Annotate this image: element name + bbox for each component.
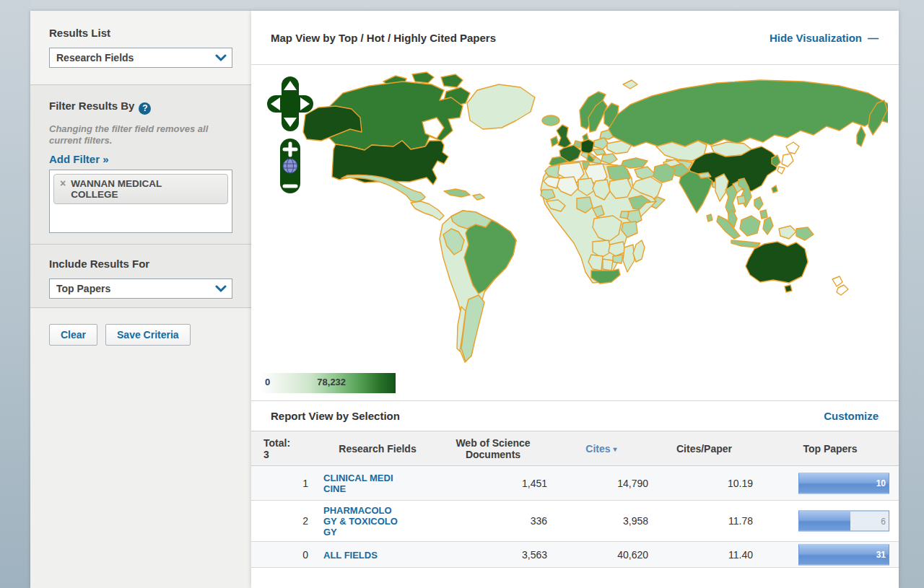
report-view-header: Report View by Selection Customize <box>251 400 899 431</box>
world-map-visualization: 0 78,232 <box>251 65 899 400</box>
customize-link[interactable]: Customize <box>824 410 879 422</box>
map-view-header: Map View by Top / Hot / Highly Cited Pap… <box>251 11 899 65</box>
report-view-title: Report View by Selection <box>271 410 824 422</box>
help-icon[interactable]: ? <box>139 102 151 115</box>
sort-descending-icon: ▾ <box>614 444 617 452</box>
top-papers-value: 10 <box>876 478 886 488</box>
top-papers-value: 31 <box>876 550 886 560</box>
filter-note: Changing the filter field removes all cu… <box>49 123 232 147</box>
chevron-down-icon <box>210 285 232 292</box>
column-header-wos-documents[interactable]: Web of Science Documents <box>439 436 547 460</box>
bar-fill <box>799 512 850 531</box>
column-header-cites-sorted[interactable]: Cites▾ <box>554 442 648 454</box>
map-color-scale: 0 78,232 <box>262 373 396 393</box>
cites-label: Cites <box>585 442 610 454</box>
table-row: 0 ALL FIELDS 3,563 40,620 11.40 31 <box>251 542 899 568</box>
choropleth-world-map[interactable] <box>262 69 888 366</box>
remove-filter-icon[interactable]: × <box>60 178 66 189</box>
hide-visualization-label: Hide Visualization <box>770 32 862 44</box>
active-filters-box: × WANNAN MEDICAL COLLEGE <box>49 170 232 233</box>
top-papers-value: 6 <box>881 516 886 526</box>
include-results-heading: Include Results For <box>49 258 232 270</box>
documents-value: 3,563 <box>439 549 547 561</box>
cites-per-paper-value: 11.40 <box>655 549 753 561</box>
hide-visualization-link[interactable]: Hide Visualization— <box>770 32 879 44</box>
cites-value: 3,958 <box>554 515 648 527</box>
results-list-dropdown[interactable]: Research Fields <box>49 48 232 68</box>
total-value: 3 <box>263 449 269 460</box>
sidebar-actions-section: Clear Save Criteria <box>30 307 251 582</box>
column-header-research-fields[interactable]: Research Fields <box>323 442 432 454</box>
pan-control <box>267 76 313 131</box>
results-list-section: Results List Research Fields <box>30 11 251 84</box>
main-panel: Map View by Top / Hot / Highly Cited Pap… <box>251 11 899 588</box>
total-label: Total: <box>263 436 290 448</box>
map-view-title: Map View by Top / Hot / Highly Cited Pap… <box>271 32 770 44</box>
clear-button[interactable]: Clear <box>49 324 97 346</box>
table-row: 1 CLINICAL MEDICINE 1,451 14,790 10.19 1… <box>251 466 899 501</box>
top-papers-bar[interactable]: 10 <box>798 473 889 493</box>
add-filter-link[interactable]: Add Filter » <box>49 153 109 165</box>
cites-value: 14,790 <box>554 478 648 489</box>
page: Results List Research Fields Filter Resu… <box>0 0 924 588</box>
cites-per-paper-value: 11.78 <box>655 515 753 527</box>
top-papers-bar[interactable]: 6 <box>798 511 889 532</box>
row-rank: 0 <box>262 549 313 561</box>
filter-results-heading: Filter Results By? <box>49 100 232 115</box>
top-papers-bar[interactable]: 31 <box>798 544 889 565</box>
collapse-dash-icon: — <box>868 32 879 44</box>
results-table: Total: 3 Research Fields Web of Science … <box>251 431 899 568</box>
field-link-all-fields[interactable]: ALL FIELDS <box>323 550 432 561</box>
cites-per-paper-value: 10.19 <box>655 478 753 489</box>
include-results-dropdown-value: Top Papers <box>50 283 210 294</box>
cites-value: 40,620 <box>554 549 648 561</box>
results-list-dropdown-value: Research Fields <box>50 52 210 63</box>
column-header-top-papers[interactable]: Top Papers <box>771 442 889 454</box>
documents-value: 336 <box>439 515 547 527</box>
row-rank: 1 <box>262 478 313 489</box>
filter-chip-label: WANNAN MEDICAL COLLEGE <box>71 178 197 200</box>
total-count: Total: 3 <box>262 436 313 460</box>
include-results-section: Include Results For Top Papers <box>30 244 251 307</box>
include-results-dropdown[interactable]: Top Papers <box>49 278 232 299</box>
zoom-control <box>280 139 300 193</box>
map-navigation-controls[interactable] <box>267 76 318 196</box>
right-gutter <box>899 0 924 588</box>
table-row: 2 PHARMACOLOGY & TOXICOLOGY 336 3,958 11… <box>251 501 899 542</box>
bar-fill <box>799 473 889 493</box>
field-link-pharmacology-toxicology[interactable]: PHARMACOLOGY & TOXICOLOGY <box>323 505 398 537</box>
column-header-cites-per-paper[interactable]: Cites/Paper <box>655 442 753 454</box>
row-rank: 2 <box>262 515 313 527</box>
scale-min-label: 0 <box>265 377 270 387</box>
field-link-clinical-medicine[interactable]: CLINICAL MEDICINE <box>323 473 398 494</box>
filter-results-section: Filter Results By? Changing the filter f… <box>30 84 251 244</box>
table-header-row: Total: 3 Research Fields Web of Science … <box>251 431 899 466</box>
bar-fill <box>799 545 889 564</box>
chevron-down-icon <box>210 54 232 61</box>
save-criteria-button[interactable]: Save Criteria <box>105 324 191 346</box>
results-list-heading: Results List <box>49 27 232 39</box>
scale-max-label: 78,232 <box>317 377 346 387</box>
documents-value: 1,451 <box>439 478 547 489</box>
left-gutter <box>0 0 30 588</box>
filter-chip-wannan-medical-college[interactable]: × WANNAN MEDICAL COLLEGE <box>53 174 228 204</box>
filter-sidebar: Results List Research Fields Filter Resu… <box>30 11 251 588</box>
filter-results-label: Filter Results By <box>49 100 134 112</box>
